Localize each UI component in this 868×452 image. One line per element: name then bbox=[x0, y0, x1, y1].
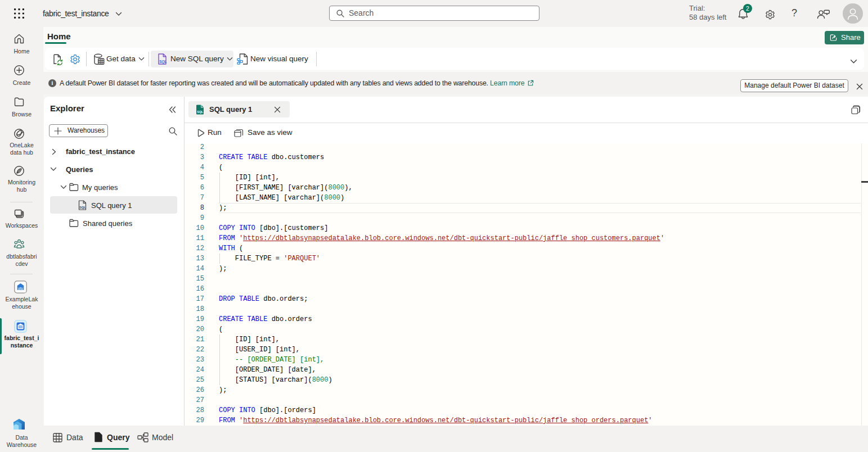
svg-text:SQL: SQL bbox=[197, 110, 204, 114]
svg-text:SQL: SQL bbox=[79, 206, 86, 209]
svg-text:SQL: SQL bbox=[159, 60, 167, 64]
